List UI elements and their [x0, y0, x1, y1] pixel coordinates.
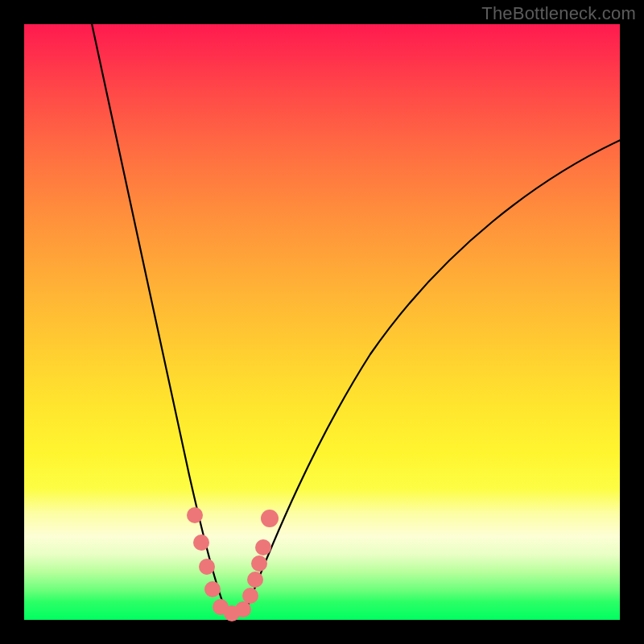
marker-dot: [193, 535, 209, 551]
marker-dot: [199, 559, 215, 575]
plot-area: [24, 24, 620, 620]
marker-dot: [255, 539, 271, 555]
marker-dot: [204, 581, 221, 597]
watermark-text: TheBottleneck.com: [481, 3, 636, 24]
marker-dot: [261, 510, 279, 527]
right-curve: [248, 138, 624, 605]
chart-svg: [24, 24, 620, 620]
left-curve: [90, 16, 224, 605]
marker-dot: [242, 588, 258, 604]
marker-dot: [251, 555, 267, 572]
chart-frame: TheBottleneck.com: [0, 0, 644, 644]
marker-dot: [187, 507, 203, 523]
marker-dot: [247, 572, 263, 588]
marker-dot: [235, 601, 251, 617]
